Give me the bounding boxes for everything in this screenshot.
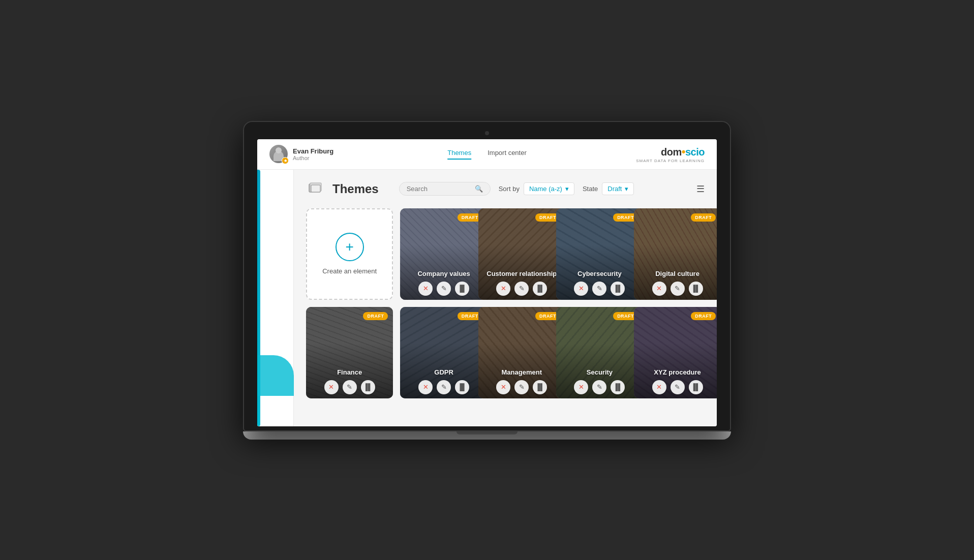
edit-button[interactable]: ✎	[671, 282, 685, 296]
theme-card-actions: ✕ ✎ ▐▌	[556, 380, 643, 394]
draft-badge: DRAFT	[691, 312, 716, 320]
list-view-icon: ☰	[696, 183, 705, 195]
user-section: ★ Evan Friburg Author	[269, 145, 333, 163]
theme-card-title: Customer relationship	[478, 270, 565, 277]
themes-icon	[306, 180, 324, 198]
state-chevron-icon: ▾	[625, 185, 628, 193]
delete-button[interactable]: ✕	[418, 282, 433, 296]
edit-button[interactable]: ✎	[437, 282, 451, 296]
nav-themes[interactable]: Themes	[447, 149, 471, 160]
edit-button[interactable]: ✎	[592, 282, 606, 296]
themes-grid: + Create an element DRAFT Company values…	[306, 208, 705, 398]
delete-button[interactable]: ✕	[496, 380, 510, 394]
sidebar	[257, 170, 294, 426]
stats-button[interactable]: ▐▌	[361, 380, 375, 394]
header: ★ Evan Friburg Author Themes Import cent…	[257, 139, 717, 170]
edit-button[interactable]: ✎	[437, 380, 451, 394]
laptop-screen: ★ Evan Friburg Author Themes Import cent…	[257, 139, 717, 426]
delete-button[interactable]: ✕	[324, 380, 339, 394]
edit-button[interactable]: ✎	[514, 282, 529, 296]
list-view-button[interactable]: ☰	[696, 183, 705, 195]
theme-card-title: Company values	[400, 270, 487, 277]
draft-badge: DRAFT	[363, 312, 388, 320]
sort-value: Name (a-z)	[529, 185, 562, 193]
theme-card-title: Security	[556, 368, 643, 376]
theme-card-security[interactable]: DRAFT Security ✕ ✎ ▐▌	[556, 307, 643, 398]
theme-card-actions: ✕ ✎ ▐▌	[306, 380, 393, 394]
sort-select[interactable]: Name (a-z) ▾	[524, 182, 574, 195]
state-section: State Draft ▾	[583, 182, 634, 195]
user-role: Author	[293, 155, 333, 161]
theme-card-actions: ✕ ✎ ▐▌	[634, 380, 717, 394]
delete-button[interactable]: ✕	[574, 282, 588, 296]
sort-chevron-icon: ▾	[565, 185, 569, 193]
theme-card-title: Cybersecurity	[556, 270, 643, 277]
theme-card-xyz-procedure[interactable]: DRAFT XYZ procedure ✕ ✎ ▐▌	[634, 307, 717, 398]
logo-tagline: SMART DATA FOR LEARNING	[636, 159, 705, 163]
logo: dom•scio SMART DATA FOR LEARNING	[636, 145, 705, 163]
search-box[interactable]: 🔍	[399, 182, 491, 196]
laptop-base	[243, 431, 731, 440]
search-icon: 🔍	[475, 185, 483, 193]
theme-card-gdpr[interactable]: DRAFT GDPR ✕ ✎ ▐▌	[400, 307, 487, 398]
nav-import-center[interactable]: Import center	[488, 149, 527, 160]
create-plus-icon: +	[336, 233, 364, 261]
sidebar-decoration	[257, 355, 294, 396]
theme-card-digital-culture[interactable]: DRAFT Digital culture ✕ ✎ ▐▌	[634, 208, 717, 300]
stats-button[interactable]: ▐▌	[611, 282, 625, 296]
page-header: Themes 🔍 Sort by Name (a-z)	[306, 180, 705, 198]
theme-card-actions: ✕ ✎ ▐▌	[478, 282, 565, 296]
theme-card-actions: ✕ ✎ ▐▌	[634, 282, 717, 296]
stats-button[interactable]: ▐▌	[689, 380, 703, 394]
stats-button[interactable]: ▐▌	[689, 282, 703, 296]
stats-button[interactable]: ▐▌	[455, 282, 469, 296]
theme-card-management[interactable]: DRAFT Management ✕ ✎ ▐▌	[478, 307, 565, 398]
user-name: Evan Friburg	[293, 147, 333, 155]
app-container: ★ Evan Friburg Author Themes Import cent…	[257, 139, 717, 426]
state-value: Draft	[607, 185, 622, 193]
state-select[interactable]: Draft ▾	[602, 182, 634, 195]
theme-card-actions: ✕ ✎ ▐▌	[556, 282, 643, 296]
theme-card-actions: ✕ ✎ ▐▌	[400, 282, 487, 296]
theme-card-cybersecurity[interactable]: DRAFT Cybersecurity ✕ ✎ ▐▌	[556, 208, 643, 300]
create-element-card[interactable]: + Create an element	[306, 208, 393, 300]
edit-button[interactable]: ✎	[514, 380, 529, 394]
theme-card-finance[interactable]: DRAFT Finance ✕ ✎ ▐▌	[306, 307, 393, 398]
page-title: Themes	[332, 182, 379, 196]
create-label: Create an element	[322, 267, 377, 275]
edit-button[interactable]: ✎	[343, 380, 357, 394]
edit-button[interactable]: ✎	[671, 380, 685, 394]
logo-text: dom•scio	[661, 145, 705, 159]
theme-card-title: Digital culture	[634, 270, 717, 277]
theme-card-title: XYZ procedure	[634, 368, 717, 376]
theme-card-company-values[interactable]: DRAFT Company values ✕ ✎ ▐▌	[400, 208, 487, 300]
delete-button[interactable]: ✕	[574, 380, 588, 394]
search-input[interactable]	[407, 185, 471, 193]
user-info: Evan Friburg Author	[293, 147, 333, 161]
state-label: State	[583, 185, 598, 193]
laptop-container: ★ Evan Friburg Author Themes Import cent…	[243, 121, 731, 440]
sort-section: Sort by Name (a-z) ▾	[499, 182, 574, 195]
stats-button[interactable]: ▐▌	[533, 282, 547, 296]
theme-card-customer-relationship[interactable]: DRAFT Customer relationship ✕ ✎ ▐▌	[478, 208, 565, 300]
camera	[485, 131, 489, 135]
theme-card-title: Management	[478, 368, 565, 376]
sort-label: Sort by	[499, 185, 520, 193]
stats-button[interactable]: ▐▌	[611, 380, 625, 394]
avatar-badge: ★	[282, 157, 289, 164]
header-nav: Themes Import center	[447, 149, 527, 160]
edit-button[interactable]: ✎	[592, 380, 606, 394]
stats-button[interactable]: ▐▌	[533, 380, 547, 394]
svg-rect-2	[311, 185, 320, 192]
theme-card-actions: ✕ ✎ ▐▌	[400, 380, 487, 394]
delete-button[interactable]: ✕	[652, 380, 666, 394]
theme-card-actions: ✕ ✎ ▐▌	[478, 380, 565, 394]
delete-button[interactable]: ✕	[496, 282, 510, 296]
stats-button[interactable]: ▐▌	[455, 380, 469, 394]
delete-button[interactable]: ✕	[652, 282, 666, 296]
delete-button[interactable]: ✕	[418, 380, 433, 394]
draft-badge: DRAFT	[691, 213, 716, 222]
theme-card-title: GDPR	[400, 368, 487, 376]
content-area: Themes 🔍 Sort by Name (a-z)	[294, 170, 717, 426]
toolbar: 🔍 Sort by Name (a-z) ▾	[399, 182, 705, 196]
